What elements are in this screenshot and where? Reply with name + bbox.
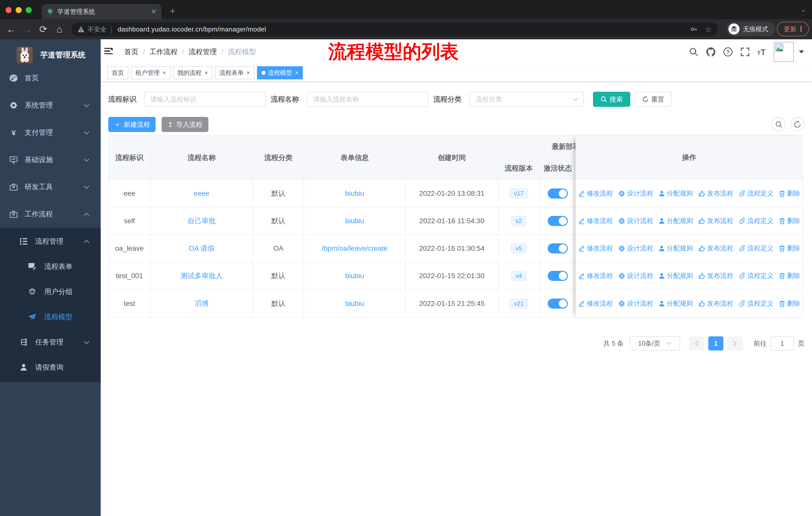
reload-button[interactable]: ⟳	[36, 19, 50, 39]
import-process-button[interactable]: ↥导入流程	[162, 117, 208, 132]
action-link-publish[interactable]: 发布流程	[698, 244, 733, 253]
user-avatar[interactable]	[774, 42, 794, 62]
zoom-window-button[interactable]	[26, 7, 32, 13]
close-window-button[interactable]	[5, 7, 11, 13]
breadcrumb-item[interactable]: 流程管理	[189, 47, 217, 57]
action-link-publish[interactable]: 发布流程	[698, 216, 733, 225]
sidebar-item-workflow-5[interactable]: 请假查询	[0, 355, 101, 380]
process-name-link[interactable]: eeee	[194, 189, 209, 197]
action-link-definition[interactable]: 流程定义	[739, 271, 774, 280]
goto-page-input[interactable]: 1	[771, 336, 794, 350]
bookmark-star-icon[interactable]: ☆	[705, 25, 712, 34]
sidebar-fold-icon[interactable]	[104, 48, 113, 55]
action-link-edit[interactable]: 修改流程	[578, 271, 613, 280]
version-tag[interactable]: v4	[511, 271, 526, 281]
sidebar-item-workflow-0[interactable]: 流程管理	[0, 229, 101, 254]
action-link-delete[interactable]: 删除	[779, 244, 800, 253]
sidebar-item-workflow-1[interactable]: 流程表单	[0, 254, 101, 279]
font-size-icon[interactable]: TT	[754, 39, 771, 64]
show-search-button[interactable]	[772, 117, 786, 132]
page-size-select[interactable]: 10条/页	[630, 336, 680, 350]
current-page-button[interactable]: 1	[708, 336, 723, 350]
form-info-link[interactable]: biubiu	[345, 300, 364, 308]
forward-button[interactable]: →	[20, 19, 34, 39]
new-tab-button[interactable]: ＋	[168, 5, 177, 17]
macos-traffic-lights[interactable]	[5, 7, 32, 13]
sidebar-item-workflow-4[interactable]: 任务管理	[0, 330, 101, 355]
active-toggle[interactable]	[548, 188, 568, 198]
url-bar[interactable]: 不安全 | dashboard.yudao.iocoder.cn/bpm/man…	[71, 22, 718, 36]
tab-close-icon[interactable]: ✕	[151, 8, 156, 16]
key-icon[interactable]	[690, 25, 698, 33]
action-link-edit[interactable]: 修改流程	[578, 189, 613, 198]
action-link-assign[interactable]: 分配规则	[659, 189, 693, 198]
tab-search-chevron-icon[interactable]: ⌄	[801, 6, 806, 13]
action-link-design[interactable]: 设计流程	[618, 216, 653, 225]
breadcrumb-item[interactable]: 首页	[124, 47, 139, 57]
action-link-design[interactable]: 设计流程	[618, 244, 653, 253]
filter-category-select[interactable]: 流程分类	[469, 92, 584, 107]
create-process-button[interactable]: ＋新建流程	[108, 117, 155, 132]
sidebar-item-top-4[interactable]: 研发工具	[0, 173, 101, 200]
back-button[interactable]: ←	[4, 19, 18, 39]
version-tag[interactable]: v5	[511, 243, 526, 253]
browser-menu-kebab-icon[interactable]: •••	[800, 26, 802, 32]
sidebar-item-top-3[interactable]: 基础设施	[0, 146, 101, 173]
home-button[interactable]: ⌂	[52, 19, 66, 39]
filter-name-input[interactable]: 请输入流程名称	[307, 92, 428, 107]
action-link-design[interactable]: 设计流程	[618, 271, 653, 280]
process-name-link[interactable]: 测试多审批人	[180, 271, 223, 281]
form-info-link[interactable]: /bpm/oa/leave/create	[322, 244, 388, 252]
minimize-window-button[interactable]	[16, 7, 22, 13]
filter-id-input[interactable]: 请输入流程标识	[144, 92, 266, 107]
action-link-definition[interactable]: 流程定义	[739, 216, 774, 225]
action-link-publish[interactable]: 发布流程	[698, 189, 733, 198]
tag-1[interactable]: 首页	[107, 66, 128, 79]
form-info-link[interactable]: biubiu	[345, 272, 364, 280]
tag-4[interactable]: 流程表单×	[215, 66, 255, 79]
browser-update-button[interactable]: 更新 •••	[777, 22, 809, 36]
sidebar-item-workflow-3[interactable]: 流程模型	[0, 304, 101, 330]
action-link-edit[interactable]: 修改流程	[578, 299, 613, 308]
action-link-delete[interactable]: 删除	[779, 271, 800, 280]
tag-close-icon[interactable]: ×	[295, 70, 298, 76]
sidebar-item-top-1[interactable]: 系统管理	[0, 92, 101, 119]
action-link-design[interactable]: 设计流程	[618, 299, 653, 308]
sidebar-item-top-0[interactable]: 首页	[0, 64, 101, 92]
prev-page-button[interactable]	[689, 336, 704, 350]
tag-close-icon[interactable]: ×	[247, 70, 250, 76]
fullscreen-icon[interactable]	[736, 39, 754, 64]
action-link-definition[interactable]: 流程定义	[739, 244, 774, 253]
action-link-assign[interactable]: 分配规则	[659, 299, 693, 308]
active-toggle[interactable]	[548, 216, 568, 226]
version-tag[interactable]: v2	[511, 216, 526, 226]
avatar-caret-down-icon[interactable]	[799, 50, 804, 53]
browser-tab[interactable]: 芋道管理系统 ✕	[42, 4, 162, 19]
sidebar-item-workflow-2[interactable]: 用户分组	[0, 279, 101, 304]
process-name-link[interactable]: 自己审批	[187, 216, 216, 226]
reset-button[interactable]: 重置	[635, 92, 671, 107]
action-link-edit[interactable]: 修改流程	[578, 216, 613, 225]
tag-close-icon[interactable]: ×	[163, 70, 166, 76]
tag-3[interactable]: 我的流程×	[173, 66, 212, 79]
search-icon[interactable]	[685, 39, 702, 64]
action-link-definition[interactable]: 流程定义	[739, 299, 774, 308]
action-link-publish[interactable]: 发布流程	[698, 271, 733, 280]
action-link-edit[interactable]: 修改流程	[578, 244, 613, 253]
action-link-publish[interactable]: 发布流程	[698, 299, 733, 308]
form-info-link[interactable]: biubiu	[345, 217, 364, 225]
action-link-assign[interactable]: 分配规则	[659, 244, 693, 253]
tag-close-icon[interactable]: ×	[205, 70, 208, 76]
version-tag[interactable]: v21	[510, 299, 528, 309]
active-toggle[interactable]	[548, 271, 568, 281]
action-link-assign[interactable]: 分配规则	[659, 216, 693, 225]
form-info-link[interactable]: biubiu	[345, 189, 364, 197]
action-link-delete[interactable]: 删除	[779, 189, 800, 198]
sidebar-item-top-5[interactable]: 工作流程	[0, 200, 101, 228]
active-toggle[interactable]	[548, 299, 568, 309]
tag-5[interactable]: 流程模型×	[257, 66, 303, 79]
sidebar-item-top-2[interactable]: ¥支付管理	[0, 119, 101, 146]
help-question-icon[interactable]: ?	[719, 39, 736, 64]
process-name-link[interactable]: OA 请假	[189, 244, 215, 253]
process-name-link[interactable]: 滔博	[195, 299, 209, 308]
